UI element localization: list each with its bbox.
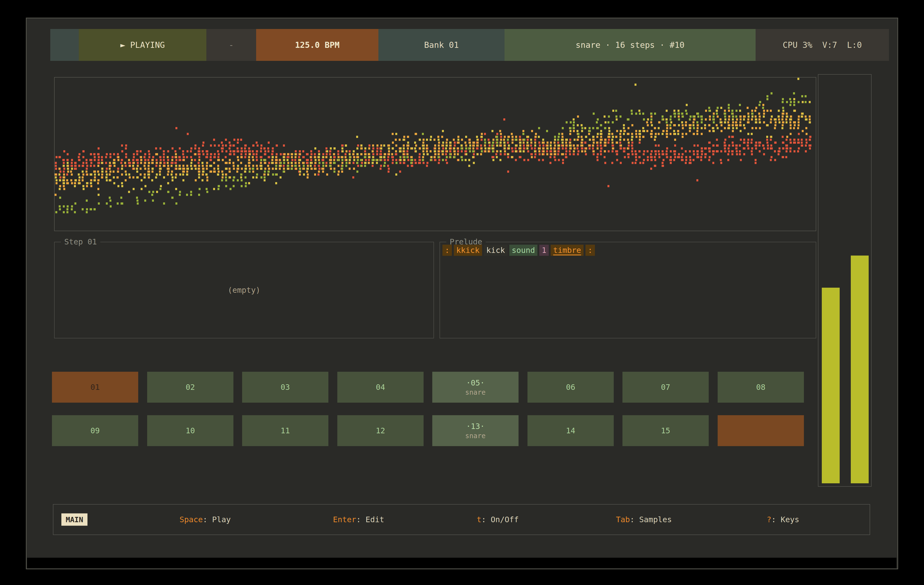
step-button-09[interactable]: 09 bbox=[52, 415, 138, 446]
step-button-08[interactable]: 08 bbox=[718, 372, 804, 403]
step-panel-title: Step 01 bbox=[61, 236, 100, 247]
step-button-sample-name: snare bbox=[465, 388, 485, 396]
app-window: ► PLAYING-125.0 BPMBank 01snare · 16 ste… bbox=[26, 18, 898, 569]
hint-enter: Enter: Edit bbox=[333, 515, 384, 524]
step-button-05[interactable]: ·05·snare bbox=[432, 372, 518, 403]
step-button-label: 03 bbox=[280, 382, 290, 392]
step-button-label: 07 bbox=[661, 382, 670, 392]
step-button-11[interactable]: 11 bbox=[242, 415, 328, 446]
step-button-07[interactable]: 07 bbox=[622, 372, 709, 403]
prelude-token-5[interactable]: timbre bbox=[551, 245, 584, 256]
prelude-panel: Prelude :kkickkicksound1timbre: bbox=[439, 242, 816, 338]
topbar-bpm[interactable]: 125.0 BPM bbox=[256, 29, 378, 61]
step-button-label: 04 bbox=[376, 382, 385, 392]
step-button-01[interactable]: 01 bbox=[52, 372, 138, 403]
prelude-token-1[interactable]: kkick bbox=[454, 245, 482, 256]
step-button-label: 15 bbox=[661, 426, 670, 435]
step-button-14[interactable]: 14 bbox=[528, 415, 614, 446]
meter-bar-right bbox=[851, 255, 869, 483]
step-empty-label: (empty) bbox=[228, 285, 261, 295]
hint-?: ?: Keys bbox=[767, 515, 799, 524]
step-button-label: 14 bbox=[566, 426, 575, 435]
step-button-label: ·13· bbox=[466, 422, 485, 431]
mode-badge: MAIN bbox=[61, 514, 87, 526]
step-button-label: 10 bbox=[186, 426, 195, 435]
prelude-token-2[interactable]: kick bbox=[484, 245, 507, 256]
topbar-track-info[interactable]: snare · 16 steps · #10 bbox=[505, 29, 756, 61]
step-button-02[interactable]: 02 bbox=[147, 372, 233, 403]
pattern-visualizer bbox=[54, 77, 816, 231]
topbar-separator: - bbox=[206, 29, 256, 61]
step-panel: Step 01 (empty) bbox=[54, 242, 434, 338]
step-button-16[interactable] bbox=[718, 415, 804, 446]
level-meters bbox=[818, 74, 871, 487]
prelude-token-0[interactable]: : bbox=[442, 245, 452, 256]
step-button-04[interactable]: 04 bbox=[337, 372, 424, 403]
step-button-label: 11 bbox=[280, 426, 290, 435]
prelude-token-3[interactable]: sound bbox=[509, 245, 537, 256]
step-button-label: 02 bbox=[186, 382, 195, 392]
step-button-label: ·05· bbox=[466, 378, 485, 387]
top-bar: ► PLAYING-125.0 BPMBank 01snare · 16 ste… bbox=[50, 29, 889, 61]
step-button-10[interactable]: 10 bbox=[147, 415, 233, 446]
topbar-stats: CPU 3% V:7 L:0 bbox=[756, 29, 889, 61]
hint-tab: Tab: Samples bbox=[616, 515, 672, 524]
prelude-code-line[interactable]: :kkickkicksound1timbre: bbox=[442, 245, 597, 256]
step-button-03[interactable]: 03 bbox=[242, 372, 328, 403]
step-button-label: 01 bbox=[91, 382, 100, 392]
topbar-transport[interactable]: ► PLAYING bbox=[79, 29, 206, 61]
hint-t: t: On/Off bbox=[477, 515, 518, 524]
prelude-token-6[interactable]: : bbox=[586, 245, 595, 256]
step-button-06[interactable]: 06 bbox=[528, 372, 614, 403]
topbar-bank[interactable]: Bank 01 bbox=[378, 29, 505, 61]
step-button-label: 09 bbox=[91, 426, 100, 435]
step-button-15[interactable]: 15 bbox=[622, 415, 709, 446]
topbar-pad-block bbox=[50, 29, 79, 61]
hint-space: Space: Play bbox=[180, 515, 231, 524]
step-button-label: 08 bbox=[756, 382, 766, 392]
visualizer-canvas bbox=[54, 77, 816, 231]
bottom-strip bbox=[27, 558, 896, 569]
step-button-13[interactable]: ·13·snare bbox=[432, 415, 518, 446]
step-button-sample-name: snare bbox=[465, 432, 485, 440]
prelude-token-4[interactable]: 1 bbox=[540, 245, 549, 256]
step-button-12[interactable]: 12 bbox=[337, 415, 424, 446]
step-button-label: 12 bbox=[376, 426, 385, 435]
meter-bar-left bbox=[822, 288, 840, 483]
status-bar: MAIN Space: PlayEnter: Editt: On/OffTab:… bbox=[53, 504, 870, 535]
step-button-label: 06 bbox=[566, 382, 575, 392]
